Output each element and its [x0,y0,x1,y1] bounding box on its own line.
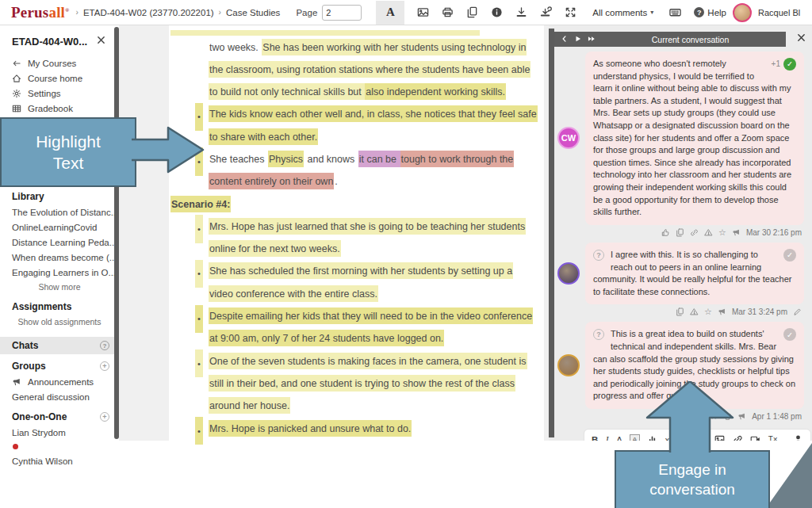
highlighted-text[interactable]: it can be [358,151,400,167]
comment-author-avatar[interactable]: CW [557,127,580,149]
document-line: •She has scheduled the first morning wit… [169,260,544,282]
comments-filter-dropdown[interactable]: All comments ▾ [592,8,653,17]
sidebar-item-settings[interactable]: Settings [0,86,119,101]
show-old-assignments-link[interactable]: Show old assignments [0,315,119,332]
sidebar-resize-handle[interactable] [114,27,119,439]
image-icon[interactable] [411,1,435,25]
perusall-logo[interactable]: Perusall® [11,4,70,21]
chats-section-header[interactable]: Chats ? [0,337,119,354]
page-label: Page [296,8,317,17]
upvote-count[interactable]: +1 [772,59,780,70]
sidebar-item-gradebook[interactable]: Gradebook [0,101,119,116]
group-item-general-discussion[interactable]: General discussion [0,389,119,404]
document-page[interactable]: two weeks. She has been working with her… [169,25,544,441]
help-button[interactable]: ? Help [694,7,726,17]
course-sidebar: ETAD-404-W0... My CoursesCourse homeSett… [0,25,119,441]
underline-icon[interactable]: A [616,435,622,441]
link-icon[interactable] [690,228,699,237]
highlighted-text[interactable]: also independent working skills. [365,83,506,100]
thumb-icon[interactable] [661,228,670,237]
info-icon[interactable] [485,1,509,25]
highlighted-text[interactable]: The kids know each other well and, in cl… [209,105,538,122]
star-icon[interactable]: ☆ [704,307,712,316]
highlighted-text[interactable]: video conference with the entire class. [209,285,378,302]
comment-author-avatar[interactable] [557,354,580,376]
comment-card[interactable]: ✓?I agree with this. It is so challengin… [585,243,804,304]
library-item-the-evolution-of-distanc[interactable]: The Evolution of Distanc... [0,204,119,220]
panel-resize-handle[interactable] [549,29,554,437]
check-circle-icon[interactable]: ✓ [783,249,796,262]
printer-icon[interactable] [435,1,460,25]
highlighted-text[interactable]: Mrs. Hope is panicked and unsure what to… [209,420,412,437]
slide-corner-decoration [766,443,812,508]
highlighted-text[interactable]: Mrs. Hope has just learned that she is g… [209,218,526,235]
megaphone-icon[interactable] [737,412,746,421]
highlighted-text[interactable]: to build not only technical skills but [209,83,365,100]
library-item-distance-learning-peda[interactable]: Distance Learning Peda... [0,235,119,250]
show-more-link[interactable]: Show more [0,280,119,297]
megaphone-icon[interactable] [732,228,741,237]
megaphone-icon[interactable] [718,307,726,316]
highlighted-text[interactable]: the classroom, using rotation stations w… [209,61,530,78]
close-panel-icon[interactable] [796,32,806,44]
highlight-icon[interactable]: A [630,434,639,441]
anonymous-icon[interactable] [793,434,803,441]
highlighted-text[interactable]: tough to work through the [400,151,515,167]
check-circle-icon[interactable]: ✓ [783,328,796,341]
highlighted-text[interactable]: to share with each other. [209,128,318,145]
expand-icon[interactable] [558,1,583,25]
breadcrumb-course[interactable]: ETAD-404-W02 (23770.202201) [83,8,214,17]
library-item-when-dreams-become[interactable]: When dreams become (... [0,250,119,265]
copy-icon[interactable] [460,1,485,25]
highlighted-text[interactable]: One of the seven students is making face… [209,353,527,369]
highlighted-text[interactable]: Physics [268,151,304,167]
italic-icon[interactable]: I [606,435,609,441]
pencil-icon[interactable] [793,307,802,316]
user-avatar[interactable] [733,3,752,22]
clear-icon[interactable]: T× [768,435,778,441]
library-item-onlinelearningcovid[interactable]: OnlineLearningCovid [0,220,119,235]
callout-line: conversation [649,480,735,500]
one-on-one-item-cynthia-wilson[interactable]: Cynthia Wilson [0,453,119,468]
warn-icon[interactable] [690,307,699,316]
highlighted-text[interactable]: She has scheduled the first morning with… [209,262,513,279]
library-item-engaging-learners-in-o[interactable]: Engaging Learners in O... [0,265,119,280]
add-one-on-one-icon[interactable]: + [100,412,109,422]
comment-timestamp: Mar 31 3:24 pm [732,307,787,316]
highlighted-text[interactable]: content entirely on their own [209,173,334,189]
highlighted-text[interactable]: Despite emailing her kids that they will… [209,307,533,324]
text-annotation-button[interactable]: A [376,1,404,25]
highlighted-text[interactable]: still in their bed, and one student is t… [209,375,515,392]
highlighted-text[interactable]: around her house. [209,397,290,414]
highlighted-text[interactable]: Scenario #4: [170,196,231,212]
warn-icon[interactable] [704,228,713,237]
chats-help-icon[interactable]: ? [100,341,109,350]
download-chat-icon[interactable] [534,1,558,25]
previous-conversation-icon[interactable] [561,35,569,44]
highlight-sliver[interactable] [170,30,480,36]
download-icon[interactable] [509,1,534,25]
copy-icon[interactable] [676,228,684,237]
highlighted-text[interactable]: online for the next two weeks. [209,240,341,257]
add-group-icon[interactable]: + [100,361,109,371]
copy-icon[interactable] [676,307,684,316]
sidebar-item-course-home[interactable]: Course home [0,71,119,86]
bold-icon[interactable]: B [592,435,598,441]
star-icon[interactable]: ☆ [718,228,726,237]
comment-card[interactable]: +1✓As someone who doesn't remotely under… [585,52,804,225]
group-item-announcements[interactable]: Announcements [0,374,119,389]
comment-author-avatar[interactable] [557,262,580,285]
next-conversation-icon[interactable] [574,35,582,44]
close-sidebar-icon[interactable] [96,35,106,48]
page-input[interactable] [322,5,362,21]
highlighted-text[interactable]: She has been working with her students u… [262,39,527,55]
sidebar-item-my-courses[interactable]: My Courses [0,55,119,71]
video-icon[interactable] [750,434,760,441]
check-circle-icon[interactable]: ✓ [783,58,796,71]
keyboard-shortcuts-icon[interactable] [663,1,688,25]
breadcrumb-document[interactable]: Case Studies [226,8,280,17]
document-line: at 9:00 am, only 7 of her 24 students ha… [169,327,544,349]
highlighted-text[interactable]: at 9:00 am, only 7 of her 24 students ha… [209,330,444,346]
one-on-one-item-lian-strydom[interactable]: Lian Strydom [0,425,119,440]
last-conversation-icon[interactable] [588,35,596,44]
